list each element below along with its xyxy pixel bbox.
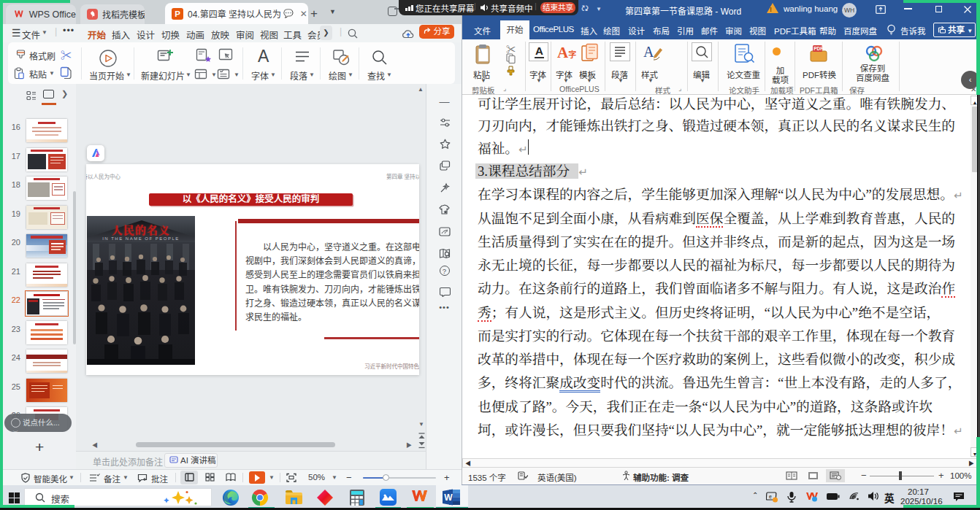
svg-text:W: W <box>444 492 453 503</box>
svg-text:A: A <box>643 44 654 60</box>
svg-text:PDF: PDF <box>814 46 823 51</box>
svg-text:e: e <box>769 494 772 499</box>
